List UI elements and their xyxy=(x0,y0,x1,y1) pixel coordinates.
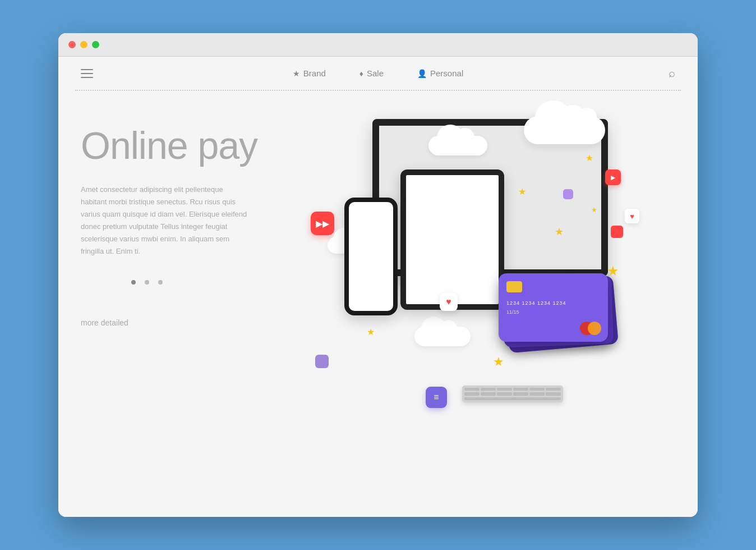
star-icon: ★ xyxy=(293,69,300,78)
dots-indicator xyxy=(131,280,305,285)
card-logo xyxy=(580,322,601,335)
tablet-device xyxy=(400,169,504,310)
star-4: ★ xyxy=(493,355,504,369)
person-icon: 👤 xyxy=(417,69,427,78)
browser-window: ★ Brand ♦ Sale 👤 Personal ⌕ Online pay xyxy=(58,33,698,517)
navbar: ★ Brand ♦ Sale 👤 Personal ⌕ xyxy=(58,57,698,90)
brand-label: Brand xyxy=(303,68,326,78)
hamburger-line-1 xyxy=(81,69,93,70)
keyboard xyxy=(462,386,563,402)
phone-device xyxy=(344,198,398,315)
hamburger-menu[interactable] xyxy=(81,69,93,78)
hero-description: Amet consectetur adipiscing elit pellent… xyxy=(81,184,249,258)
right-illustration: 1234 1234 1234 1234 11/15 ★ ▶ xyxy=(305,113,675,456)
browser-titlebar xyxy=(58,33,698,57)
sale-label: Sale xyxy=(367,68,384,78)
youtube-icon: ▶ xyxy=(311,212,334,235)
dot-3[interactable] xyxy=(158,280,163,285)
card-number: 1234 1234 1234 1234 xyxy=(506,300,600,306)
heart-symbol: ♥ xyxy=(446,297,451,307)
dot-1[interactable] xyxy=(131,280,136,285)
nav-brand[interactable]: ★ Brand xyxy=(293,68,326,78)
traffic-light-yellow[interactable] xyxy=(80,41,87,48)
cloud-3 xyxy=(524,116,605,144)
star-5: ★ xyxy=(367,327,375,337)
cloud-2 xyxy=(428,136,487,155)
more-detailed-link[interactable]: more detailed xyxy=(81,318,305,327)
dot-2[interactable] xyxy=(145,280,149,285)
heart-icon-top-right: ♥ xyxy=(625,209,639,223)
star-1: ★ xyxy=(555,226,564,238)
play-icon: ▶ xyxy=(316,218,322,229)
traffic-light-red[interactable] xyxy=(68,41,76,48)
browser-content: ★ Brand ♦ Sale 👤 Personal ⌕ Online pay xyxy=(58,57,698,517)
heart-icon: ♥ xyxy=(440,293,458,311)
purple-icon-small xyxy=(563,189,573,199)
hero-title: Online pay xyxy=(81,125,305,167)
hamburger-line-3 xyxy=(81,77,93,78)
cloud-4 xyxy=(414,327,471,346)
star-3: ★ xyxy=(586,153,593,163)
doc-icon: ≡ xyxy=(426,387,447,408)
nav-items: ★ Brand ♦ Sale 👤 Personal xyxy=(293,68,463,78)
traffic-light-green[interactable] xyxy=(92,41,99,48)
personal-label: Personal xyxy=(430,68,463,78)
nav-personal[interactable]: 👤 Personal xyxy=(417,68,463,78)
credit-card-front: 1234 1234 1234 1234 11/15 xyxy=(499,273,608,342)
main-content: Online pay Amet consectetur adipiscing e… xyxy=(58,91,698,473)
search-icon[interactable]: ⌕ xyxy=(669,67,675,80)
left-content: Online pay Amet consectetur adipiscing e… xyxy=(81,113,305,456)
youtube-icon-small: ▶ xyxy=(605,169,621,185)
card-circle-right xyxy=(588,322,601,335)
card-expiry: 11/15 xyxy=(506,309,600,315)
red-icon-small xyxy=(611,226,623,238)
credit-card-stack: 1234 1234 1234 1234 11/15 ★ xyxy=(499,273,616,355)
hamburger-line-2 xyxy=(81,73,93,74)
nav-sale[interactable]: ♦ Sale xyxy=(359,68,384,78)
play-icon-small: ▶ xyxy=(611,174,615,181)
chip-icon xyxy=(506,281,522,292)
card-star-icon: ★ xyxy=(607,263,619,279)
star-2: ★ xyxy=(518,186,526,197)
doc-symbol: ≡ xyxy=(434,392,439,402)
star-6: ★ xyxy=(591,206,597,214)
tag-icon: ♦ xyxy=(359,69,363,78)
purple-icon-left xyxy=(315,355,329,368)
